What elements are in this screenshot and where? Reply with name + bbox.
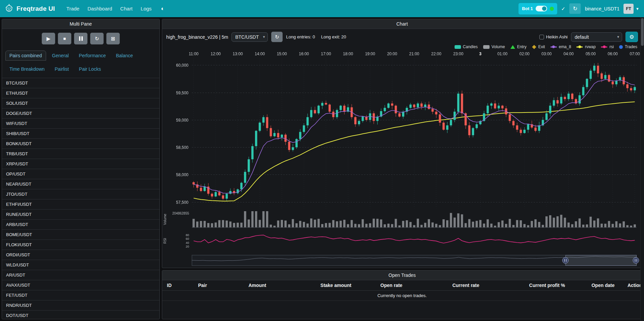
tab[interactable]: Pairs combined xyxy=(5,51,46,61)
column-header[interactable]: Current profit % xyxy=(525,283,587,288)
pair-label: ETHFI/USDT xyxy=(6,202,32,207)
legend-swatch-icon xyxy=(532,45,536,49)
freqtrade-logo-icon xyxy=(5,4,13,13)
pair-list-item[interactable]: ARB/USDT xyxy=(2,220,159,230)
pair-list-item[interactable]: ORDI/USDT xyxy=(2,250,159,260)
top-navbar: Freqtrade UI TradeDashboardChartLogs ◐ B… xyxy=(0,0,644,17)
start-bot-button[interactable]: ▶ xyxy=(42,33,55,44)
pair-list-item[interactable]: JTO/USDT xyxy=(2,189,159,199)
pair-list-item[interactable]: AVAX/USDT xyxy=(2,280,159,290)
pair-list-item[interactable]: ETH/USDT xyxy=(2,88,159,98)
theme-toggle-icon[interactable]: ◐ xyxy=(158,4,167,13)
plot-config-select[interactable]: default ▾ xyxy=(571,32,622,42)
clear-signals-button[interactable]: ⊠ xyxy=(106,33,120,44)
stop-bot-button[interactable]: ■ xyxy=(58,33,71,44)
price-chart-canvas[interactable] xyxy=(162,50,642,268)
pause-bot-button[interactable] xyxy=(74,33,87,44)
page-scrollbar[interactable] xyxy=(640,17,644,321)
column-header[interactable]: Actions xyxy=(623,283,642,288)
legend-item[interactable]: Trades xyxy=(619,44,637,49)
scrollbar-thumb[interactable] xyxy=(641,18,644,46)
long-entries-count: Long entries: 0 xyxy=(286,34,315,39)
column-header[interactable]: Stake amount xyxy=(316,283,375,288)
pair-list-item[interactable]: RUNE/USDT xyxy=(2,210,159,220)
legend-swatch-icon xyxy=(483,45,490,49)
plot-settings-button[interactable]: ⚙ xyxy=(625,32,638,42)
reload-config-button[interactable]: ↻ xyxy=(90,33,104,44)
pair-list-item[interactable]: WIF/USDT xyxy=(2,119,159,129)
column-header[interactable]: Open date xyxy=(587,283,623,288)
multi-pane-tabs: Pairs combinedGeneralPerformanceBalance … xyxy=(2,47,159,76)
pair-list-item[interactable]: BTC/USDT xyxy=(2,78,159,88)
chevron-down-icon: ▾ xyxy=(263,35,265,39)
legend-item[interactable]: ema_8 xyxy=(550,44,571,49)
pair-label: ETH/USDT xyxy=(6,91,28,96)
pair-list-item[interactable]: NEAR/USDT xyxy=(2,179,159,189)
column-header[interactable]: Amount xyxy=(244,283,316,288)
chart-panel-title: Chart xyxy=(162,19,642,29)
chart-body xyxy=(162,50,642,268)
pair-list-item[interactable]: FET/USDT xyxy=(2,290,159,300)
legend-item[interactable]: Exit xyxy=(532,44,545,49)
column-header[interactable]: Pair xyxy=(193,283,244,288)
nav-link[interactable]: Trade xyxy=(63,4,83,13)
pair-label: FLOKI/USDT xyxy=(6,242,32,247)
bot-control-buttons: ▶ ■ ↻ ⊠ xyxy=(2,29,159,47)
legend-label: Trades xyxy=(625,44,637,49)
pair-list-item[interactable]: OP/USDT xyxy=(2,169,159,179)
chart-toolbar: high_frog_binance_v226 | 5m BTC/USDT ▾ ↻… xyxy=(162,29,642,43)
pair-label: JTO/USDT xyxy=(6,192,27,197)
user-menu[interactable]: FT ▼ xyxy=(623,4,639,14)
legend-item[interactable]: Candles xyxy=(455,44,478,49)
pair-label: RNDR/USDT xyxy=(6,303,32,308)
pair-label: WLD/USDT xyxy=(6,262,29,267)
pair-label: NEAR/USDT xyxy=(6,182,31,187)
pair-list-item[interactable]: ETHFI/USDT xyxy=(2,199,159,210)
bot-selector[interactable]: Bot 1 xyxy=(518,3,557,14)
tab[interactable]: Performance xyxy=(75,51,110,61)
column-header[interactable]: Open rate xyxy=(376,283,448,288)
heikin-ashi-option[interactable]: Heikin Ashi xyxy=(539,34,568,39)
pair-list-item[interactable]: XRP/USDT xyxy=(2,159,159,169)
tab[interactable]: Pairlist xyxy=(51,64,73,74)
pair-list-item[interactable]: SHIB/USDT xyxy=(2,129,159,139)
refresh-chart-button[interactable]: ↻ xyxy=(271,32,283,42)
pair-list-item[interactable]: SOL/USDT xyxy=(2,98,159,108)
bot-online-toggle[interactable] xyxy=(536,6,547,11)
tab[interactable]: Pair Locks xyxy=(75,64,105,74)
nav-link[interactable]: Chart xyxy=(117,4,136,13)
pair-label: SHIB/USDT xyxy=(6,131,29,136)
nav-link[interactable]: Logs xyxy=(137,4,155,13)
pair-list-item[interactable]: FLOKI/USDT xyxy=(2,240,159,250)
pair-label: TRB/USDT xyxy=(6,151,28,156)
tab[interactable]: General xyxy=(48,51,73,61)
heikin-ashi-checkbox[interactable] xyxy=(539,35,544,39)
legend-item[interactable]: Entry xyxy=(510,44,527,49)
legend-label: Exit xyxy=(538,44,545,49)
column-header[interactable]: ID xyxy=(162,283,193,288)
legend-label: Candles xyxy=(463,44,478,49)
pair-list-item[interactable]: RNDR/USDT xyxy=(2,300,159,311)
pair-list-item[interactable]: WLD/USDT xyxy=(2,260,159,270)
pair-list-item[interactable]: DOGE/USDT xyxy=(2,108,159,119)
pair-list-item[interactable]: BONK/USDT xyxy=(2,139,159,149)
brand[interactable]: Freqtrade UI xyxy=(5,4,55,13)
global-reload-button[interactable]: ↻ xyxy=(569,3,581,14)
pair-list-item[interactable]: TRB/USDT xyxy=(2,149,159,159)
column-header[interactable]: Current rate xyxy=(448,283,524,288)
open-trades-title: Open Trades xyxy=(162,270,642,280)
tab[interactable]: Time Breakdown xyxy=(5,64,49,74)
pair-select[interactable]: BTC/USDT ▾ xyxy=(231,32,268,42)
nav-link[interactable]: Dashboard xyxy=(84,4,115,13)
legend-item[interactable]: rvwap xyxy=(576,44,596,49)
nav-links: TradeDashboardChartLogs xyxy=(63,4,155,13)
pair-list-item[interactable]: DOT/USDT xyxy=(2,311,159,319)
pair-label: OP/USDT xyxy=(6,171,26,176)
plot-config-value: default xyxy=(575,34,589,40)
pair-list-item[interactable]: AR/USDT xyxy=(2,270,159,280)
pair-list-item[interactable]: BOME/USDT xyxy=(2,230,159,240)
legend-item[interactable]: Volume xyxy=(483,44,505,49)
tab[interactable]: Balance xyxy=(112,51,137,61)
check-icon: ✓ xyxy=(561,6,566,12)
legend-item[interactable]: rsi xyxy=(601,44,614,49)
